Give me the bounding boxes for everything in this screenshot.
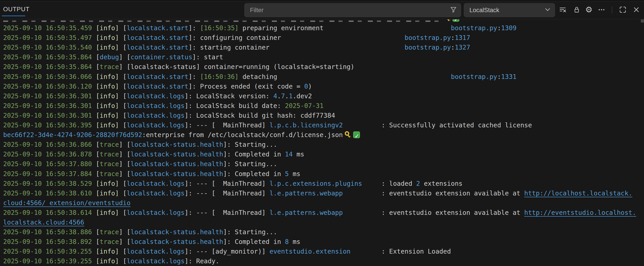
log-text: 2025-09-10 16:50:35.459 xyxy=(3,24,92,32)
log-text: localstack.logs xyxy=(127,92,184,100)
log-text: [info] xyxy=(96,83,119,90)
log-text: [ xyxy=(119,258,127,265)
chevron-down-icon xyxy=(545,8,550,12)
log-text xyxy=(92,92,96,100)
log-text: [ xyxy=(92,238,100,246)
maximize-panel-button[interactable] xyxy=(618,5,628,15)
log-link[interactable]: localstack.cloud:4566 xyxy=(3,219,84,226)
log-text: [ xyxy=(92,53,100,61)
log-text: [localstack-status] container=running (l… xyxy=(127,63,354,71)
log-text: [info] xyxy=(96,73,119,81)
log-text: ]: xyxy=(223,150,234,158)
log-line: 2025-09-10 16:50:38.614 [info] [localsta… xyxy=(0,208,644,218)
panel-header: OUTPUT Filter LocalStack xyxy=(0,0,644,19)
log-text: debug xyxy=(100,53,119,61)
log-output: 2025-09-10 16:50:35.459 [info] [localsta… xyxy=(0,19,644,266)
clipped-log-line xyxy=(0,19,644,23)
log-text: [ xyxy=(119,24,127,32)
log-text: trace xyxy=(100,141,119,148)
log-text: : Extension Loaded xyxy=(350,248,451,255)
log-text: ]: xyxy=(184,92,196,100)
log-text xyxy=(92,248,96,255)
lock-autoscroll-button[interactable] xyxy=(572,5,582,15)
log-text: 2025-09-10 16:50:36.301 xyxy=(3,92,92,100)
log-text: [ xyxy=(119,248,127,255)
log-text: [ xyxy=(119,122,127,129)
log-text: localstack.logs xyxy=(127,258,184,265)
log-text: ]: xyxy=(188,44,200,51)
log-text: ]: xyxy=(223,141,234,148)
log-text: .dev2 xyxy=(293,92,312,100)
toolbar-separator xyxy=(612,6,612,13)
log-link[interactable]: http://localhost.localstack. xyxy=(524,190,632,197)
clear-output-button[interactable] xyxy=(558,5,568,15)
log-text: [ xyxy=(119,190,127,197)
log-text: ] xyxy=(119,63,127,71)
log-line: 2025-09-10 16:50:36.301 [info] [localsta… xyxy=(0,101,644,111)
log-text: localstack.start xyxy=(127,83,188,90)
log-text: ]: xyxy=(184,102,196,110)
output-channel-selected: LocalStack xyxy=(470,7,545,14)
tab-output[interactable]: OUTPUT xyxy=(3,6,30,13)
log-text: 2025-09-10 16:50:35.497 xyxy=(3,34,92,41)
log-text xyxy=(92,122,96,129)
log-line: 2025-09-10 16:50:38.529 [info] [localsta… xyxy=(0,179,644,188)
log-text: localstack.start xyxy=(127,34,188,41)
log-text: Completed in xyxy=(235,238,285,246)
log-text: 2025-09-10 16:50:35.864 xyxy=(3,63,92,71)
log-text: bec66f22-3d4e-4274-9206-28820f76d592 xyxy=(3,131,142,139)
log-text: [ xyxy=(92,228,100,236)
log-link[interactable]: http://eventstudio.localhost. xyxy=(524,209,636,216)
log-text: [info] xyxy=(96,190,119,197)
log-text: preparing environment xyxy=(239,24,324,32)
log-text: [ xyxy=(119,44,127,51)
settings-button[interactable]: ⚙ xyxy=(584,5,594,15)
log-text: bootstrap.py xyxy=(451,73,497,81)
log-text: ) xyxy=(308,83,312,90)
log-line: 2025-09-10 16:50:36.301 [info] [localsta… xyxy=(0,91,644,101)
log-text: [ xyxy=(119,34,127,41)
log-text: Starting... xyxy=(235,141,277,148)
log-link[interactable]: cloud:4566/_extension/eventstudio xyxy=(3,199,130,207)
log-text: : xyxy=(451,44,455,51)
log-text: [ xyxy=(119,83,127,90)
log-text: [info] xyxy=(96,258,119,265)
log-line: 2025-09-10 16:50:35.864 [trace] [localst… xyxy=(0,62,644,72)
more-actions-button[interactable] xyxy=(596,5,606,15)
log-text: trace xyxy=(100,170,119,178)
close-panel-button[interactable] xyxy=(631,5,641,15)
log-text xyxy=(324,24,451,32)
log-text: Starting... xyxy=(235,160,277,168)
log-line: 2025-09-10 16:50:35.864 [debug] [contain… xyxy=(0,52,644,62)
log-text: localstack.logs xyxy=(127,190,184,197)
log-text: ]: xyxy=(188,83,200,90)
output-channel-select[interactable]: LocalStack xyxy=(464,3,555,17)
log-text: trace xyxy=(100,228,119,236)
log-text: ]: xyxy=(184,180,196,187)
log-text: ]: xyxy=(184,122,196,129)
log-text: 2025-09-10 16:50:37.884 xyxy=(3,170,92,178)
log-text xyxy=(92,44,96,51)
clear-output-icon xyxy=(559,6,566,13)
log-text: --- [ MainThread] xyxy=(196,190,270,197)
log-text: . xyxy=(277,92,281,100)
vertical-scrollbar[interactable] xyxy=(641,19,644,22)
log-text: 4 xyxy=(274,92,277,100)
log-line: 2025-09-10 16:50:35.459 [info] [localsta… xyxy=(0,23,644,33)
log-text xyxy=(277,73,451,81)
log-text: ms xyxy=(293,150,304,158)
log-text: 1317 xyxy=(455,34,470,41)
log-text: 2025-09-10 16:50:38.610 xyxy=(3,190,92,197)
panel-top-border xyxy=(0,0,644,1)
log-text: ms xyxy=(289,170,300,178)
log-text: localstack.logs xyxy=(127,122,184,129)
filter-input[interactable]: Filter xyxy=(244,3,461,17)
log-lines: 2025-09-10 16:50:35.459 [info] [localsta… xyxy=(0,19,644,266)
log-text: container.status xyxy=(130,53,192,61)
log-text: [ xyxy=(119,92,127,100)
log-text: l.p.c.extensions.plugins xyxy=(270,180,362,187)
log-text: 2025-09-10 16:50:39.255 xyxy=(3,248,92,255)
log-text: 2025-09-10 16:50:36.301 xyxy=(3,112,92,119)
log-line: cloud:4566/_extension/eventstudio xyxy=(0,198,644,208)
log-text: l.e.patterns.webapp xyxy=(270,190,343,197)
